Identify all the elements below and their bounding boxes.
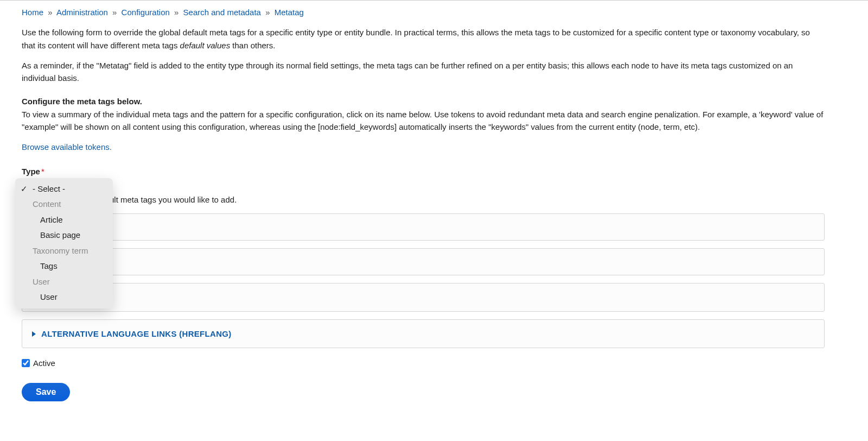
breadcrumb-metatag[interactable]: Metatag: [275, 8, 304, 17]
breadcrumb-administration[interactable]: Administration: [56, 8, 108, 17]
browse-tokens-link[interactable]: Browse available tokens.: [22, 141, 112, 153]
active-checkbox[interactable]: [22, 359, 30, 367]
type-option-select[interactable]: ✓ - Select -: [15, 181, 113, 197]
intro-paragraph-2: As a reminder, if the "Metatag" field is…: [22, 59, 825, 85]
type-option-article[interactable]: Article: [15, 212, 113, 228]
breadcrumb-home[interactable]: Home: [22, 8, 43, 17]
active-label: Active: [33, 357, 55, 369]
configure-heading-block: Configure the meta tags below. To view a…: [22, 95, 825, 133]
accordion-title-hreflang: ALTERNATIVE LANGUAGE LINKS (HREFLANG): [41, 327, 232, 340]
intro-paragraph-1: Use the following form to override the g…: [22, 26, 825, 52]
accordion-panel-1[interactable]: [22, 213, 825, 241]
type-optgroup-content: Content: [15, 197, 113, 212]
accordion-hreflang[interactable]: ALTERNATIVE LANGUAGE LINKS (HREFLANG): [22, 319, 825, 348]
type-optgroup-user: User: [15, 274, 113, 290]
breadcrumb: Home » Administration » Configuration » …: [22, 6, 825, 18]
breadcrumb-sep: »: [112, 8, 117, 17]
type-select-dropdown[interactable]: ✓ - Select - Content Article Basic page …: [15, 178, 113, 308]
breadcrumb-sep: »: [265, 8, 270, 17]
type-option-tags[interactable]: Tags: [15, 259, 113, 274]
type-helper-text-partial: ult meta tags you would like to add.: [22, 193, 825, 206]
check-icon: ✓: [21, 183, 28, 196]
breadcrumb-search-and-metadata[interactable]: Search and metadata: [183, 8, 261, 17]
breadcrumb-sep: »: [48, 8, 52, 17]
breadcrumb-sep: »: [174, 8, 178, 17]
accordion-open-graph[interactable]: OPEN GRAPH: [22, 283, 825, 312]
type-option-basic-page[interactable]: Basic page: [15, 228, 113, 243]
accordion-panel-2[interactable]: [22, 248, 825, 275]
type-label: Type*: [22, 165, 825, 178]
save-button[interactable]: Save: [22, 383, 70, 401]
chevron-right-icon: [32, 331, 36, 337]
type-option-user[interactable]: User: [15, 289, 113, 305]
required-mark: *: [41, 167, 44, 176]
configure-heading: Configure the meta tags below.: [22, 97, 142, 106]
configure-body: To view a summary of the individual meta…: [22, 110, 823, 131]
breadcrumb-configuration[interactable]: Configuration: [122, 8, 170, 17]
type-optgroup-taxonomy: Taxonomy term: [15, 243, 113, 259]
